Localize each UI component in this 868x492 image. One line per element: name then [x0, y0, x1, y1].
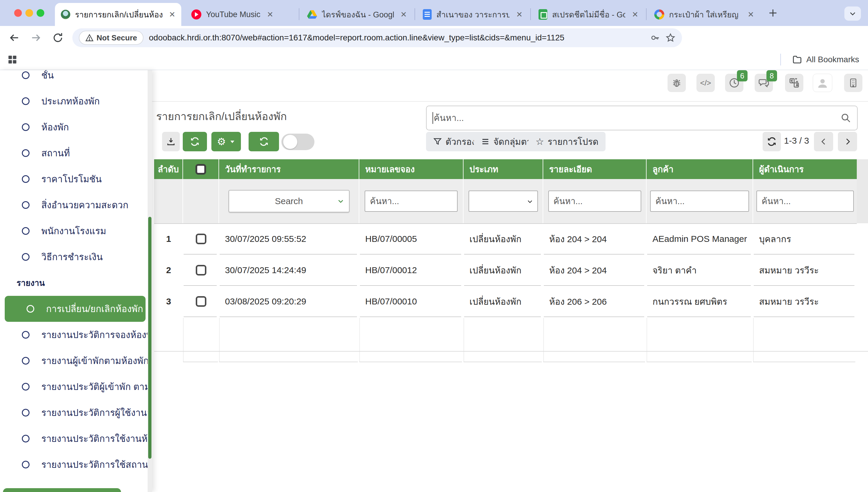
site-security-chip[interactable]: Not Secure: [79, 31, 143, 45]
bullet-circle-icon: [22, 97, 29, 105]
group-lines-icon: [481, 137, 490, 146]
operator-filter-input[interactable]: [756, 191, 854, 212]
sidebar-item-location[interactable]: สถานที่: [0, 140, 152, 166]
reload-button[interactable]: [50, 29, 66, 46]
password-key-icon[interactable]: [650, 33, 660, 43]
customer-filter-input[interactable]: [650, 191, 749, 212]
table-row[interactable]: 1 30/07/2025 09:55:52 HB/07/00005 เปลี่ย…: [154, 223, 857, 254]
new-tab-button[interactable]: [768, 8, 778, 18]
sidebar-item-guest-history-report[interactable]: รายงานประวัติผู้เข้าพัก ตามป: [0, 374, 152, 400]
address-bar[interactable]: Not Secure odooback.hrdi.or.th:8070/web#…: [72, 28, 682, 47]
booking-filter-input[interactable]: [365, 191, 458, 212]
close-icon[interactable]: ✕: [400, 10, 407, 19]
header-customer[interactable]: ลูกค้า: [647, 159, 753, 179]
activities-button[interactable]: 6: [725, 74, 744, 92]
table-row[interactable]: 3 03/08/2025 09:20:29 HB/07/00010 เปลี่ย…: [154, 286, 857, 317]
sidebar-item-payment-method[interactable]: วิธีการชำระเงิน: [0, 244, 152, 270]
sidebar-item-room-type[interactable]: ประเภทห้องพัก: [0, 88, 152, 114]
bullet-circle-icon: [22, 227, 29, 235]
tab-google-sheets[interactable]: สเปรดชีตไม่มีชื่อ - Google ✕: [533, 3, 644, 26]
header-detail[interactable]: รายละเอียด: [543, 159, 647, 179]
type-filter-select[interactable]: [469, 191, 538, 212]
sidebar-scrollbar[interactable]: [148, 70, 152, 492]
sidebar-item-user-location-history-report[interactable]: รายงานประวัติการผู้ใช้งานสถ: [0, 400, 152, 426]
sidebar-scrollbar-thumb[interactable]: [148, 217, 151, 459]
company-button[interactable]: [844, 74, 862, 92]
tab-google-search[interactable]: กระเป๋าผ้า ใส่เหรียญ - ค้นห ✕: [648, 3, 760, 26]
row-select-cell: [183, 223, 219, 254]
close-icon[interactable]: ✕: [748, 10, 754, 19]
header-order[interactable]: ลำดับ: [154, 159, 183, 179]
user-menu-button[interactable]: [813, 74, 832, 92]
header-booking-no[interactable]: หมายเลขจอง: [359, 159, 464, 179]
table-row[interactable]: 2 30/07/2025 14:24:49 HB/07/00012 เปลี่ย…: [154, 254, 857, 286]
refresh-button-2[interactable]: [249, 132, 279, 151]
sidebar-item-amenities[interactable]: สิ่งอำนวยความสะดวก: [0, 192, 152, 218]
previous-page-button[interactable]: [814, 132, 833, 151]
main-content: </> 6 8 รายการยกเลิก/เปลี่ยนห้องพัก ⚙: [152, 70, 868, 492]
macos-close-button[interactable]: [14, 9, 22, 17]
filter-customer-cell: [647, 179, 753, 223]
refresh-button-1[interactable]: [183, 132, 207, 151]
row-checkbox[interactable]: [196, 233, 206, 244]
row-checkbox[interactable]: [196, 265, 206, 275]
view-toggle-switch[interactable]: [281, 133, 314, 150]
sidebar-item-label: สิ่งอำนวยความสะดวก: [41, 198, 128, 212]
browser-toolbar: Not Secure odooback.hrdi.or.th:8070/web#…: [0, 26, 868, 50]
url-text[interactable]: odooback.hrdi.or.th:8070/web#action=1617…: [149, 33, 645, 43]
next-page-button[interactable]: [838, 132, 857, 151]
date-filter-dropdown[interactable]: Search: [229, 190, 350, 212]
row-checkbox[interactable]: [196, 296, 206, 307]
tab-room-cancel-list[interactable]: รายการยกเลิก/เปลี่ยนห้องพั ✕: [55, 3, 181, 26]
tab-youtube-music[interactable]: YouTube Music ✕: [185, 3, 297, 26]
global-search-box[interactable]: [426, 105, 858, 130]
bookmarks-separator: [780, 54, 781, 66]
sidebar-item-guests-by-room-report[interactable]: รายงานผู้เข้าพักตามห้องพัก: [0, 348, 152, 374]
hrdi-favicon: [61, 10, 70, 19]
header-type[interactable]: ประเภท: [464, 159, 543, 179]
sidebar-item-location-usage-history-report[interactable]: รายงานประวัติการใช้สถานที่: [0, 451, 152, 477]
close-icon[interactable]: ✕: [516, 10, 522, 19]
tab-separator: [530, 8, 531, 20]
debug-bug-button[interactable]: [667, 74, 686, 92]
youtube-music-favicon: [191, 9, 201, 20]
header-operator[interactable]: ผู้ดำเนินการ: [753, 159, 857, 179]
search-input[interactable]: [434, 113, 841, 123]
sidebar-item-booking-history-report[interactable]: รายงานประวัติการจองห้องพัก: [0, 322, 152, 348]
settings-dropdown-button[interactable]: ⚙: [211, 132, 241, 151]
translate-button[interactable]: [785, 74, 803, 92]
bullet-circle-icon: [22, 461, 29, 468]
select-all-checkbox[interactable]: [195, 164, 206, 175]
tab-google-drive[interactable]: ไดรฟ์ของฉัน - Google ไดร ✕: [301, 3, 413, 26]
detail-filter-input[interactable]: [548, 191, 641, 212]
close-icon[interactable]: ✕: [632, 10, 638, 19]
bookmark-star-icon[interactable]: [665, 33, 676, 43]
sidebar-item-promotion-price[interactable]: ราคาโปรโมชัน: [0, 166, 152, 192]
refresh-icon: [190, 137, 200, 147]
sidebar-item-room[interactable]: ห้องพัก: [0, 114, 152, 140]
back-button[interactable]: [6, 29, 22, 46]
apps-grid-icon[interactable]: [6, 54, 18, 66]
export-download-button[interactable]: [162, 132, 180, 151]
developer-code-button[interactable]: </>: [697, 74, 715, 92]
close-icon[interactable]: ✕: [267, 10, 274, 19]
macos-zoom-button[interactable]: [37, 9, 44, 17]
favorites-button[interactable]: ☆ รายการโปรด: [529, 132, 606, 151]
close-icon[interactable]: ✕: [169, 10, 175, 19]
empty-row-border: [183, 362, 218, 362]
row-detail: ห้อง 206 > 206: [543, 286, 647, 317]
header-select-all[interactable]: [183, 159, 219, 179]
header-date[interactable]: วันที่ทำรายการ: [219, 159, 359, 179]
sidebar-item-room-usage-history-report[interactable]: รายงานประวัติการใช้งานห้อง: [0, 426, 152, 451]
sidebar-item-floor[interactable]: ชั้น: [0, 70, 152, 88]
sidebar-item-partial[interactable]: [3, 488, 121, 492]
sidebar-item-room-change-cancel[interactable]: การเปลี่ยน/ยกเลิกห้องพัก: [5, 296, 145, 322]
messages-button[interactable]: 8: [755, 74, 773, 92]
sidebar-item-hotel-staff[interactable]: พนักงานโรงแรม: [0, 218, 152, 244]
forward-button[interactable]: [28, 29, 44, 46]
tab-search-menu-button[interactable]: [844, 6, 861, 21]
all-bookmarks-button[interactable]: All Bookmarks: [780, 54, 859, 66]
pager-refresh-button[interactable]: [763, 132, 781, 151]
tab-google-docs[interactable]: สำเนาของ วาระการประชุม_ ✕: [417, 3, 529, 26]
macos-minimize-button[interactable]: [25, 9, 33, 17]
